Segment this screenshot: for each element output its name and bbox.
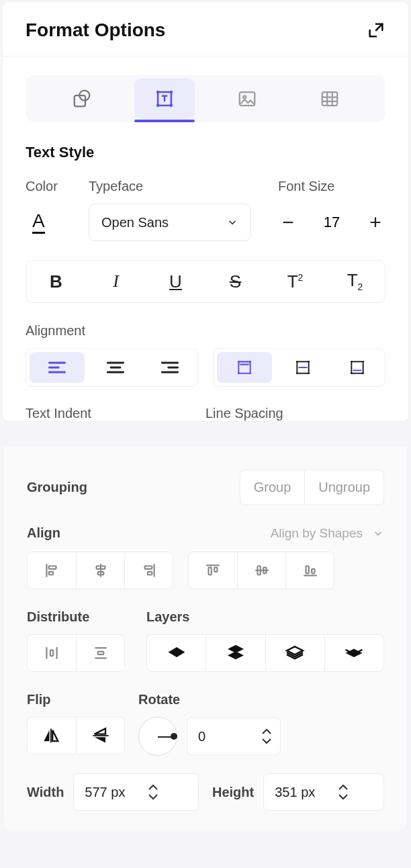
- text-style-title: Text Style: [26, 144, 385, 161]
- height-label: Height: [212, 785, 254, 800]
- svg-rect-21: [352, 361, 363, 373]
- rotate-dial[interactable]: [138, 717, 177, 756]
- width-step-down[interactable]: [148, 792, 158, 801]
- svg-rect-32: [209, 568, 212, 575]
- typeface-value: Open Sans: [101, 215, 169, 230]
- svg-rect-38: [50, 650, 53, 656]
- superscript-button[interactable]: T2: [265, 261, 325, 302]
- width-step-up[interactable]: [148, 783, 158, 792]
- send-to-back-button[interactable]: [324, 635, 383, 671]
- send-backward-button[interactable]: [265, 635, 324, 671]
- svg-rect-26: [49, 566, 56, 569]
- line-spacing-label: Line Spacing: [205, 406, 385, 421]
- flip-label: Flip: [27, 692, 125, 707]
- rotate-label: Rotate: [138, 692, 384, 707]
- tab-image[interactable]: [217, 79, 277, 119]
- width-label: Width: [27, 785, 64, 800]
- svg-rect-33: [214, 568, 217, 572]
- tab-text[interactable]: [134, 79, 195, 119]
- align-center-button[interactable]: [88, 349, 143, 386]
- svg-point-12: [238, 361, 240, 363]
- svg-point-23: [362, 361, 364, 363]
- bold-button[interactable]: B: [26, 261, 86, 302]
- grouping-label: Grouping: [27, 480, 87, 495]
- align-vertical-centers-button[interactable]: [237, 552, 285, 589]
- fontsize-increase[interactable]: +: [365, 212, 385, 232]
- svg-rect-7: [239, 92, 255, 105]
- align-left-button[interactable]: [30, 352, 85, 383]
- svg-point-14: [238, 372, 240, 374]
- rotate-value: 0: [198, 729, 238, 744]
- svg-rect-37: [312, 569, 314, 574]
- valign-bottom-button[interactable]: [330, 349, 385, 386]
- svg-point-24: [351, 372, 353, 374]
- height-input[interactable]: 351 px: [263, 773, 384, 811]
- layers-label: Layers: [146, 609, 384, 625]
- svg-point-25: [362, 372, 364, 374]
- fontsize-label: Font Size: [278, 179, 385, 194]
- svg-rect-27: [49, 572, 54, 574]
- svg-point-4: [169, 91, 173, 94]
- fontsize-decrease[interactable]: −: [278, 212, 298, 232]
- subscript-button[interactable]: T2: [325, 261, 385, 302]
- tab-table[interactable]: [300, 79, 360, 119]
- expand-panel-icon[interactable]: [367, 21, 385, 40]
- rotate-step-up[interactable]: [261, 727, 272, 736]
- svg-point-5: [156, 104, 159, 107]
- text-indent-label: Text Indent: [26, 406, 205, 421]
- align-right-edges-button[interactable]: [124, 552, 173, 589]
- distribute-label: Distribute: [27, 609, 125, 625]
- align-top-edges-button[interactable]: [189, 552, 237, 589]
- width-value: 577 px: [85, 785, 125, 800]
- svg-rect-39: [97, 652, 103, 654]
- svg-point-8: [243, 96, 246, 99]
- flip-horizontal-button[interactable]: [28, 718, 76, 754]
- flip-vertical-button[interactable]: [76, 718, 124, 754]
- align-by-select[interactable]: Align by Shapes: [271, 526, 384, 541]
- svg-point-13: [249, 361, 251, 363]
- svg-point-15: [249, 372, 251, 374]
- align-left-edges-button[interactable]: [28, 552, 76, 589]
- rotate-input[interactable]: 0: [187, 718, 281, 755]
- bring-forward-button[interactable]: [147, 635, 205, 671]
- align-label: Align: [27, 525, 60, 541]
- width-input[interactable]: 577 px: [73, 773, 199, 811]
- svg-point-22: [351, 361, 353, 363]
- bring-to-front-button[interactable]: [205, 635, 265, 671]
- svg-point-19: [295, 372, 298, 374]
- typeface-label: Typeface: [89, 179, 278, 194]
- color-label: Color: [26, 179, 89, 194]
- typeface-select[interactable]: Open Sans: [89, 204, 251, 241]
- align-bottom-edges-button[interactable]: [285, 552, 334, 589]
- svg-rect-30: [144, 566, 152, 569]
- tab-shape[interactable]: [52, 79, 112, 119]
- distribute-horizontal-button[interactable]: [28, 635, 76, 671]
- align-right-button[interactable]: [142, 349, 197, 386]
- svg-point-6: [169, 104, 173, 107]
- rotate-step-down[interactable]: [261, 736, 272, 746]
- valign-top-button[interactable]: [217, 352, 272, 383]
- font-color-picker[interactable]: A: [26, 212, 89, 234]
- italic-button[interactable]: I: [86, 261, 146, 302]
- height-value: 351 px: [275, 785, 315, 800]
- distribute-vertical-button[interactable]: [76, 635, 124, 671]
- fontsize-value: 17: [324, 214, 340, 231]
- group-button[interactable]: Group: [240, 470, 305, 505]
- format-tabs: [26, 75, 385, 122]
- text-style-buttons: B I U S T2 T2: [26, 260, 385, 303]
- svg-rect-36: [306, 566, 308, 574]
- svg-rect-31: [147, 572, 152, 574]
- strikethrough-button[interactable]: S: [205, 261, 265, 302]
- align-by-value: Align by Shapes: [271, 526, 363, 541]
- height-step-down[interactable]: [338, 792, 349, 801]
- svg-point-3: [156, 91, 159, 94]
- svg-point-17: [295, 361, 298, 363]
- panel-title: Format Options: [26, 19, 165, 41]
- svg-rect-9: [322, 92, 337, 105]
- valign-middle-button[interactable]: [275, 349, 330, 386]
- ungroup-button[interactable]: Ungroup: [304, 470, 383, 505]
- height-step-up[interactable]: [338, 783, 349, 792]
- underline-button[interactable]: U: [146, 261, 205, 302]
- svg-point-20: [308, 372, 310, 374]
- align-horizontal-centers-button[interactable]: [76, 552, 124, 589]
